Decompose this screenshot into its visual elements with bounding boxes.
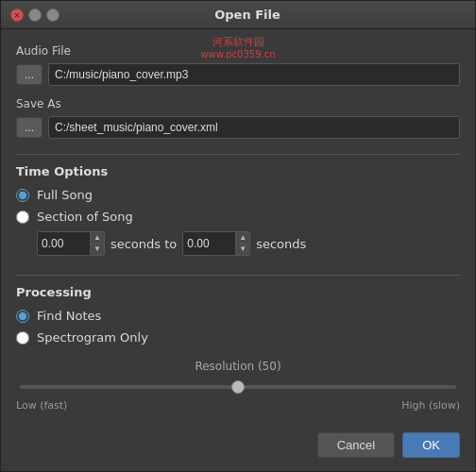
start-spinbox: ▲ ▼: [37, 231, 105, 256]
resolution-slider-container: [16, 378, 460, 392]
save-as-input[interactable]: [48, 116, 460, 139]
section-radio[interactable]: [16, 211, 29, 224]
title-bar: × Open File: [1, 1, 475, 29]
open-file-dialog: × Open File 河系软件园 www.pc0359.cn Audio Fi…: [0, 0, 476, 472]
find-notes-radio[interactable]: [16, 310, 29, 323]
resolution-label: Resolution (50): [16, 360, 460, 373]
resolution-slider[interactable]: [20, 385, 456, 389]
full-song-row: Full Song: [16, 188, 460, 202]
end-down-button[interactable]: ▼: [236, 244, 249, 256]
audio-file-label: Audio File: [16, 44, 460, 58]
end-up-button[interactable]: ▲: [236, 232, 249, 244]
high-label: High (slow): [401, 399, 460, 412]
start-up-button[interactable]: ▲: [91, 232, 104, 244]
ok-button[interactable]: OK: [402, 432, 460, 458]
save-as-row: ...: [16, 116, 460, 139]
audio-browse-button[interactable]: ...: [16, 64, 42, 85]
full-song-label[interactable]: Full Song: [37, 188, 93, 202]
find-notes-row: Find Notes: [16, 309, 460, 323]
window-controls: ×: [10, 8, 60, 22]
low-label: Low (fast): [16, 399, 67, 412]
button-row: Cancel OK: [16, 423, 460, 458]
cancel-button[interactable]: Cancel: [317, 432, 395, 458]
section-row: Section of Song: [16, 210, 460, 224]
seconds-to-text: seconds to: [110, 237, 177, 251]
end-spinbox: ▲ ▼: [182, 231, 250, 256]
close-button[interactable]: ×: [10, 8, 24, 22]
time-options-label: Time Options: [16, 164, 460, 178]
minimize-button[interactable]: [28, 8, 42, 22]
start-down-button[interactable]: ▼: [91, 244, 104, 256]
maximize-button[interactable]: [46, 8, 60, 22]
spectrogram-row: Spectrogram Only: [16, 330, 460, 345]
find-notes-label[interactable]: Find Notes: [37, 309, 101, 323]
spectrogram-radio[interactable]: [16, 331, 29, 345]
end-seconds-input[interactable]: [183, 235, 235, 252]
spectrogram-label[interactable]: Spectrogram Only: [37, 330, 148, 345]
audio-file-input[interactable]: [48, 63, 460, 86]
start-arrows: ▲ ▼: [90, 232, 104, 255]
section-label[interactable]: Section of Song: [37, 210, 133, 224]
full-song-radio[interactable]: [16, 189, 29, 202]
audio-file-row: ...: [16, 63, 460, 86]
divider2: [16, 275, 460, 276]
processing-label: Processing: [16, 285, 460, 299]
save-browse-button[interactable]: ...: [16, 117, 42, 138]
dialog-content: 河系软件园 www.pc0359.cn Audio File ... Save …: [1, 29, 475, 471]
seconds-end-text: seconds: [256, 237, 306, 251]
divider1: [16, 154, 460, 155]
end-arrows: ▲ ▼: [235, 232, 249, 255]
seconds-row: ▲ ▼ seconds to ▲ ▼ seconds: [37, 231, 460, 256]
window-title: Open File: [67, 8, 428, 22]
start-seconds-input[interactable]: [38, 235, 90, 252]
slider-labels: Low (fast) High (slow): [16, 399, 460, 412]
save-as-label: Save As: [16, 97, 460, 110]
